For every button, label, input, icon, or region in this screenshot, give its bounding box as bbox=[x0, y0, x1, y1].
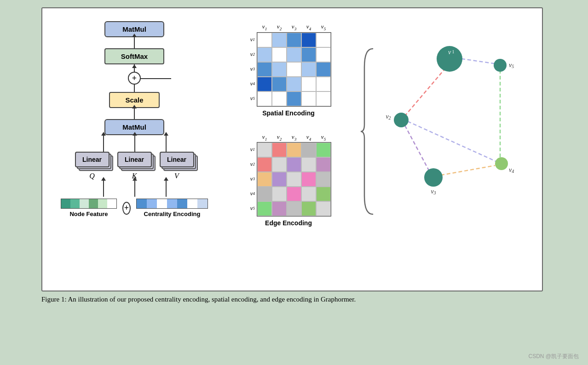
arrows-to-linear bbox=[70, 135, 199, 152]
plus-circle-bottom: + bbox=[122, 202, 131, 215]
linear-q-stack: Linear Q bbox=[73, 152, 111, 180]
ed-row-v3: v3 bbox=[246, 171, 257, 186]
sp-row-v3: v3 bbox=[246, 62, 257, 76]
curly-brace-area bbox=[360, 17, 378, 219]
sp-col-v5: v5 bbox=[316, 23, 331, 31]
q-label: Q bbox=[89, 172, 95, 180]
node-feature-label: Node Feature bbox=[69, 211, 108, 217]
linear-row: Linear Q Linear K bbox=[70, 152, 199, 180]
node-feature-strip bbox=[61, 199, 117, 209]
plus-circle-top: + bbox=[128, 72, 141, 85]
edge-encoding-section: v1 v2 v3 v4 v5 v1 v2 v3 v4 v5 bbox=[246, 133, 331, 227]
ed-col-v4: v4 bbox=[301, 133, 316, 142]
graph-panel: v 1 v2 v3 v4 v5 bbox=[378, 30, 516, 251]
ed-row-v2: v2 bbox=[246, 157, 257, 171]
spatial-encoding-title: Spatial Encoding bbox=[262, 109, 315, 117]
svg-line-4 bbox=[441, 165, 495, 175]
centrality-encoding-section: Centrality Encoding bbox=[136, 199, 208, 217]
arrow-1 bbox=[134, 37, 135, 48]
svg-text:v: v bbox=[448, 49, 451, 56]
ed-row-v4: v4 bbox=[246, 186, 257, 201]
ed-col-v3: v3 bbox=[287, 133, 301, 142]
svg-line-0 bbox=[405, 63, 450, 116]
ed-row-v1: v1 bbox=[246, 142, 257, 157]
spatial-encoding-section: v1 v2 v3 v4 v5 v1 v2 v3 v4 v5 bbox=[246, 23, 331, 117]
graph-svg: v 1 v2 v3 v4 v5 bbox=[378, 30, 516, 223]
edge-encoding-title: Edge Encoding bbox=[265, 219, 312, 227]
svg-text:v4: v4 bbox=[509, 166, 514, 174]
sp-row-v1: v1 bbox=[246, 32, 257, 47]
linear-v-stack: Linear V bbox=[158, 152, 196, 180]
node-v2 bbox=[394, 113, 409, 127]
figure-caption: Figure 1: An illustration of our propose… bbox=[41, 294, 455, 305]
svg-line-2 bbox=[405, 125, 430, 172]
sp-col-v2: v2 bbox=[272, 23, 287, 31]
sp-row-v2: v2 bbox=[246, 47, 257, 62]
sp-row-v5: v5 bbox=[246, 91, 257, 106]
v-label: V bbox=[174, 172, 179, 180]
linear-v-box: Linear bbox=[160, 152, 194, 167]
bottom-inputs: Node Feature + Centrali bbox=[61, 199, 208, 217]
arrow-2 bbox=[134, 108, 135, 119]
watermark: CSDN @凯子要面包 bbox=[528, 353, 579, 360]
page-wrapper: MatMul SoftMax + bbox=[0, 0, 588, 365]
softmax-box: SoftMax bbox=[104, 48, 164, 64]
edge-matrix-grid bbox=[257, 142, 331, 217]
ed-col-v5: v5 bbox=[316, 133, 331, 142]
main-figure-box: MatMul SoftMax + bbox=[41, 7, 543, 291]
centrality-strip bbox=[136, 199, 208, 209]
linear-k-box: Linear bbox=[117, 152, 152, 167]
ed-row-v5: v5 bbox=[246, 201, 257, 216]
ed-col-v2: v2 bbox=[272, 133, 287, 142]
node-v3 bbox=[424, 168, 443, 187]
sp-col-v3: v3 bbox=[287, 23, 301, 31]
sp-col-v1: v1 bbox=[257, 23, 272, 31]
linear-k-stack: Linear K bbox=[115, 152, 153, 180]
diagram-row: MatMul SoftMax + bbox=[52, 17, 533, 283]
node-feature-section: Node Feature bbox=[61, 199, 117, 217]
svg-text:v2: v2 bbox=[386, 113, 391, 120]
linear-q-box: Linear bbox=[75, 152, 110, 167]
matrices-panel: v1 v2 v3 v4 v5 v1 v2 v3 v4 v5 bbox=[217, 17, 360, 227]
ed-col-v1: v1 bbox=[257, 133, 272, 142]
attention-panel: MatMul SoftMax + bbox=[52, 17, 217, 217]
node-v5 bbox=[494, 59, 507, 72]
centrality-encoding-label: Centrality Encoding bbox=[144, 211, 201, 217]
svg-text:v3: v3 bbox=[431, 188, 436, 195]
sp-row-v4: v4 bbox=[246, 76, 257, 91]
node-v4 bbox=[495, 157, 508, 170]
arrow-plus-area: + bbox=[93, 64, 176, 92]
svg-text:v5: v5 bbox=[509, 62, 514, 69]
svg-line-3 bbox=[408, 121, 496, 161]
sp-col-v4: v4 bbox=[301, 23, 316, 31]
svg-text:1: 1 bbox=[452, 49, 455, 54]
bottom-arrows bbox=[70, 180, 199, 197]
spatial-matrix-grid bbox=[257, 32, 331, 107]
